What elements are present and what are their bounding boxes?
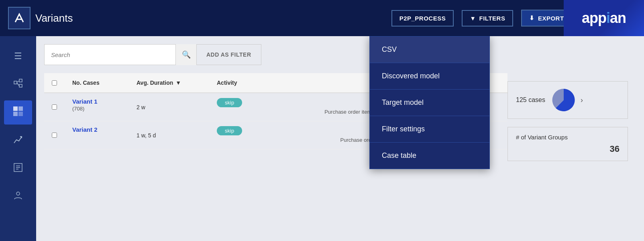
chart-icon [13,134,23,147]
add-as-filter-button[interactable]: ADD AS FILTER [197,44,261,65]
svg-line-4 [17,83,19,86]
network-icon [13,78,23,91]
row-checkbox[interactable] [52,104,57,110]
export-csv-item[interactable]: CSV [370,37,489,63]
filter-icon: ▼ [470,15,476,22]
svg-rect-2 [19,84,22,87]
export-dropdown: CSV Discovered model Target model Filter… [369,36,490,169]
variant-link[interactable]: Variant 1 [72,98,98,105]
pie-chart-wrapper: › [552,88,583,112]
export-discovered-model-item[interactable]: Discovered model [370,63,489,90]
search-area: 🔍 ADD AS FILTER [44,44,636,65]
cases-count: 125 cases [516,96,545,104]
cell-avg-duration: 1 w, 5 d [128,121,209,149]
checklist-icon [13,162,23,175]
export-case-table-item[interactable]: Case table [370,143,489,169]
sidebar-item-checklist[interactable] [4,157,32,181]
cases-summary: 125 cases › [507,81,628,119]
row-checkbox[interactable] [52,133,57,138]
app-icon [8,7,31,29]
sidebar-item-network[interactable] [4,72,32,96]
col-header-no-cases: No. Cases [64,73,128,92]
variant-link[interactable]: Variant 2 [72,126,98,133]
svg-point-13 [16,192,20,195]
row-checkbox-cell [44,121,64,149]
variants-icon [12,106,24,119]
sidebar-item-person[interactable] [4,185,32,209]
svg-rect-5 [13,106,18,111]
chevron-right-icon[interactable]: › [581,96,583,104]
search-button[interactable]: 🔍 [175,44,196,65]
search-input[interactable] [45,51,175,58]
export-target-model-item[interactable]: Target model [370,90,489,116]
skip-badge: skip [217,98,242,107]
variant-groups-panel: # of Variant Groups 36 [507,127,628,161]
page-title: Variants [35,12,73,25]
variant-groups-label: # of Variant Groups [516,134,620,141]
appian-logo: appian [564,0,644,36]
svg-rect-6 [18,106,23,111]
export-label: EXPORT [538,15,564,22]
sort-icon: ▼ [175,80,181,86]
cell-avg-duration: 2 w [128,93,209,121]
select-all-checkbox[interactable] [52,80,57,86]
logo-area: Variants [8,7,88,29]
appian-text: appian [582,10,626,27]
svg-rect-0 [14,81,17,84]
col-header-avg-duration[interactable]: Avg. Duration ▼ [128,73,209,92]
main-content: 🔍 ADD AS FILTER No. Cases Avg. Duration [36,36,644,241]
search-icon: 🔍 [182,50,191,59]
main-layout: ☰ [0,36,644,241]
skip-badge: skip [217,126,242,135]
sidebar-item-list[interactable]: ☰ [4,44,32,68]
svg-rect-7 [13,112,18,116]
cell-variant-name: Variant 1 (708) [64,93,128,121]
svg-rect-8 [18,112,23,116]
header-checkbox-cell [44,74,64,92]
person-icon [13,190,23,203]
row-checkbox-cell [44,93,64,121]
svg-rect-1 [19,79,22,82]
cell-variant-name: Variant 2 [64,121,128,149]
svg-line-3 [17,81,19,82]
list-icon: ☰ [14,51,22,61]
export-icon: ⬇ [529,14,535,22]
topbar: Variants P2P_PROCESS ▼ FILTERS ⬇ EXPORT … [0,0,644,36]
variant-count: (708) [72,106,84,112]
export-filter-settings-item[interactable]: Filter settings [370,116,489,143]
variant-groups-count: 36 [516,144,620,154]
right-panel: 125 cases › # of Variant Groups [507,81,628,161]
sidebar-item-chart[interactable] [4,129,32,153]
vg-label-text: # of Variant Groups [516,134,568,141]
process-button[interactable]: P2P_PROCESS [391,10,454,27]
pie-chart [552,88,576,112]
sidebar-item-variants[interactable] [4,100,32,125]
sidebar: ☰ [0,36,36,241]
filters-button[interactable]: ▼ FILTERS [462,10,513,27]
content-area: No. Cases Avg. Duration ▼ Activity [44,73,636,153]
search-input-wrapper: 🔍 [44,44,197,65]
filters-label: FILTERS [479,15,505,22]
